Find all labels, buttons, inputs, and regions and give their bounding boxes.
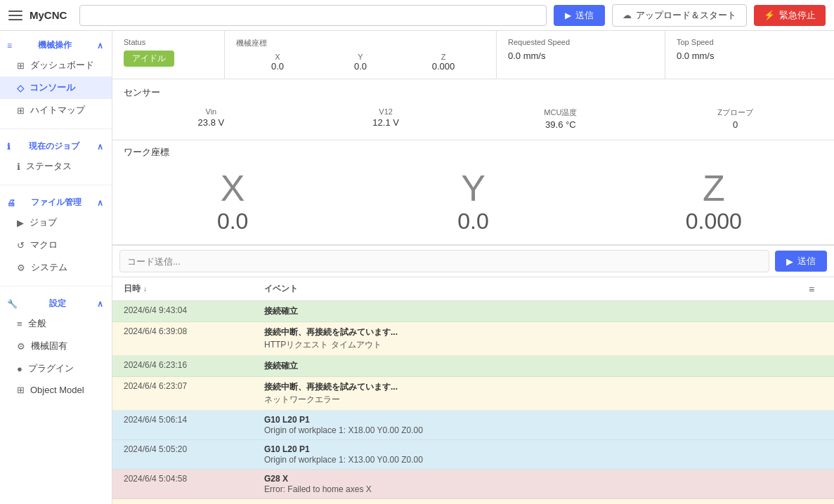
sidebar-section-machine-ops: ≡ 機械操作 ∧ ⊞ ダッシュボード ◇ コンソール ⊞ ハイトマップ xyxy=(0,31,112,126)
upload-start-button[interactable]: ☁ アップロード＆スタート xyxy=(612,4,747,27)
chevron-up-icon-job: ∧ xyxy=(97,142,103,152)
sidebar-item-system-label: システム xyxy=(31,261,67,274)
log-date-header: 日時 ↓ xyxy=(124,283,264,295)
current-job-group-icon: ℹ xyxy=(7,142,11,152)
log-row-event: G10 L20 P1Origin of workplace 1: X13.00 … xyxy=(264,444,823,465)
work-coord-x: X 0.0 xyxy=(112,168,353,234)
log-row-main-text: G10 L20 P1 xyxy=(264,415,823,425)
sensor-row: Vin 23.8 V V12 12.1 V MCU温度 39.6 °C Zプロー… xyxy=(124,105,823,133)
machine-y-axis: Y xyxy=(319,53,402,61)
sidebar-item-job[interactable]: ▶ ジョブ xyxy=(0,211,112,234)
sidebar-section-current-job: ℹ 現在のジョブ ∧ ℹ ステータス xyxy=(0,132,112,182)
work-y-axis: Y xyxy=(353,168,593,208)
sidebar-item-job-label: ジョブ xyxy=(30,216,57,229)
sidebar-item-general-label: 全般 xyxy=(28,317,46,330)
top-speed-value: 0.0 mm/s xyxy=(677,51,823,61)
sensor-v12: V12 12.1 V xyxy=(299,105,474,133)
console-input[interactable] xyxy=(119,250,769,272)
sort-icon[interactable]: ↓ xyxy=(143,285,147,293)
log-row-main-text: 接続中断、再接続を試みています... xyxy=(264,381,823,393)
sidebar-item-macro[interactable]: ↺ マクロ xyxy=(0,234,112,256)
heightmap-icon: ⊞ xyxy=(17,105,25,116)
menu-icon[interactable] xyxy=(8,11,22,20)
status-icon: ℹ xyxy=(17,161,20,172)
sidebar-group-file-management[interactable]: 🖨 ファイル管理 ∧ xyxy=(0,192,112,211)
sensor-mcu-value: 39.6 °C xyxy=(474,119,649,130)
log-row-date: 2024/6/4 6:23:07 xyxy=(124,381,264,406)
topbar-send-label: 送信 xyxy=(575,9,594,22)
chevron-up-icon-settings: ∧ xyxy=(97,299,103,309)
sensor-mcu-temp: MCU温度 39.6 °C xyxy=(474,105,649,133)
main-content: Status アイドル 機械座標 X 0.0 Y 0.0 Z 0.0 xyxy=(112,31,834,504)
sensor-title: センサー xyxy=(124,86,823,99)
requested-speed-value: 0.0 mm/s xyxy=(508,51,653,61)
status-badge: アイドル xyxy=(124,51,174,67)
sidebar-item-console[interactable]: ◇ コンソール xyxy=(0,77,112,99)
sidebar-item-dashboard[interactable]: ⊞ ダッシュボード xyxy=(0,54,112,77)
sensor-z-probe: Zプローブ 0 xyxy=(648,105,823,133)
work-x-value: 0.0 xyxy=(112,208,353,234)
sensor-vin-label: Vin xyxy=(124,107,299,116)
topbar: MyCNC ▶ 送信 ☁ アップロード＆スタート ⚡ 緊急停止 xyxy=(0,0,834,31)
sidebar-item-object-model-label: Object Model xyxy=(30,385,84,395)
emergency-stop-button[interactable]: ⚡ 緊急停止 xyxy=(754,5,826,26)
sidebar-item-machine-specific[interactable]: ⚙ 機械固有 xyxy=(0,335,112,357)
sidebar-group-settings[interactable]: 🔧 設定 ∧ xyxy=(0,293,112,312)
log-row: 2024/6/4 5:04:58緊急停止、再接続を試みます... xyxy=(112,499,834,504)
sidebar-item-general[interactable]: ≡ 全般 xyxy=(0,312,112,335)
sidebar-item-heightmap-label: ハイトマップ xyxy=(30,104,85,117)
chevron-up-icon-file: ∧ xyxy=(97,198,103,208)
log-row-sub-text: ネットワークエラー xyxy=(264,394,823,406)
sidebar-group-label-machine: 機械操作 xyxy=(38,39,72,51)
system-icon: ⚙ xyxy=(17,263,25,273)
topbar-send-button[interactable]: ▶ 送信 xyxy=(554,5,605,26)
log-row: 2024/6/4 6:23:07接続中断、再接続を試みています...ネットワーク… xyxy=(112,377,834,411)
log-row-event: 接続中断、再接続を試みています...HTTPリクエスト タイムアウト xyxy=(264,326,823,351)
log-row-main-text: G28 X xyxy=(264,474,823,484)
top-speed-cell: Top Speed 0.0 mm/s xyxy=(665,31,834,79)
log-row-date: 2024/6/4 5:06:14 xyxy=(124,415,264,435)
machine-y-value: 0.0 xyxy=(319,61,402,72)
sensor-vin-value: 23.8 V xyxy=(124,117,299,128)
log-row-main-text: 接続中断、再接続を試みています... xyxy=(264,326,823,338)
work-coords-title: ワーク座標 xyxy=(112,140,834,161)
log-row-event: 接続確立 xyxy=(264,305,823,317)
sensor-v12-value: 12.1 V xyxy=(299,117,474,128)
console-send-label: 送信 xyxy=(797,255,816,267)
object-model-icon: ⊞ xyxy=(17,385,25,395)
status-bar: Status アイドル 機械座標 X 0.0 Y 0.0 Z 0.0 xyxy=(112,31,834,79)
log-menu-icon[interactable]: ≡ xyxy=(809,284,814,295)
log-rows-container: 2024/6/4 9:43:04接続確立2024/6/4 6:39:08接続中断… xyxy=(112,301,834,504)
topbar-input[interactable] xyxy=(79,5,547,26)
sensor-zprobe-value: 0 xyxy=(648,119,823,130)
console-send-button[interactable]: ▶ 送信 xyxy=(775,251,827,272)
chevron-up-icon: ∧ xyxy=(97,41,103,51)
sidebar-group-machine-ops[interactable]: ≡ 機械操作 ∧ xyxy=(0,35,112,54)
work-coords: X 0.0 Y 0.0 Z 0.000 xyxy=(112,161,834,245)
work-coord-z: Z 0.000 xyxy=(594,168,834,234)
work-coord-y: Y 0.0 xyxy=(353,168,593,234)
sidebar-section-file-management: 🖨 ファイル管理 ∧ ▶ ジョブ ↺ マクロ ⚙ システム xyxy=(0,188,112,283)
log-row-date: 2024/6/4 5:04:58 xyxy=(124,474,264,494)
log-row-sub-text: Origin of workplace 1: X13.00 Y0.00 Z0.0… xyxy=(264,455,823,465)
sidebar-item-status[interactable]: ℹ ステータス xyxy=(0,155,112,178)
machine-coord-x: X 0.0 xyxy=(236,53,319,72)
machine-coord-y: Y 0.0 xyxy=(319,53,402,72)
emergency-label: 緊急停止 xyxy=(779,9,816,22)
general-icon: ≡ xyxy=(17,319,22,329)
sidebar-item-status-label: ステータス xyxy=(26,160,72,173)
log-row-sub-text: Error: Failed to home axes X xyxy=(264,484,823,494)
sidebar-item-object-model[interactable]: ⊞ Object Model xyxy=(0,380,112,400)
sidebar-group-current-job[interactable]: ℹ 現在のジョブ ∧ xyxy=(0,136,112,155)
sidebar-group-label-file: ファイル管理 xyxy=(31,197,82,208)
sidebar-item-plugin[interactable]: ● プラグイン xyxy=(0,357,112,380)
log-section: 日時 ↓ イベント ≡ 2024/6/4 9:43:04接続確立2024/6/4… xyxy=(112,277,834,504)
sidebar-item-heightmap[interactable]: ⊞ ハイトマップ xyxy=(0,99,112,121)
job-icon: ▶ xyxy=(17,218,24,228)
log-row-date: 2024/6/4 9:43:04 xyxy=(124,305,264,317)
log-event-header: イベント xyxy=(264,283,809,295)
sidebar: ≡ 機械操作 ∧ ⊞ ダッシュボード ◇ コンソール ⊞ ハイトマップ ℹ 現在… xyxy=(0,31,112,504)
main-layout: ≡ 機械操作 ∧ ⊞ ダッシュボード ◇ コンソール ⊞ ハイトマップ ℹ 現在… xyxy=(0,31,834,504)
sidebar-item-system[interactable]: ⚙ システム xyxy=(0,256,112,279)
log-row-main-text: G10 L20 P1 xyxy=(264,444,823,454)
